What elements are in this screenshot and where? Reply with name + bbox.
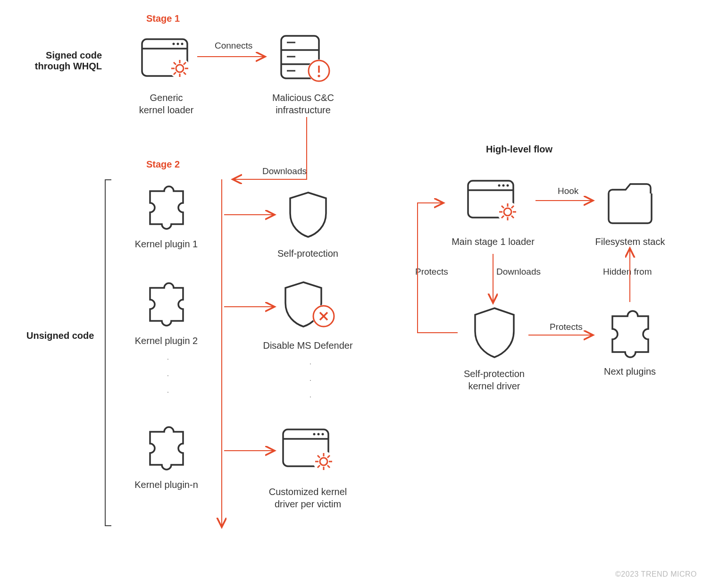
puzzle-icon xyxy=(141,422,192,474)
folder-icon xyxy=(603,179,657,231)
self-protection-node: Self-protection xyxy=(267,189,349,260)
svg-point-48 xyxy=(507,185,509,187)
generic-kernel-loader-label: Generic kernel loader xyxy=(130,92,203,116)
action-ellipsis: ... xyxy=(306,354,315,403)
kernel-plugin-2-node: Kernel plugin 2 xyxy=(127,278,205,347)
kernel-plugin-1-node: Kernel plugin 1 xyxy=(127,182,205,250)
stage-2-label: Stage 2 xyxy=(146,159,180,170)
custom-driver-node: Customized kernel driver per victim xyxy=(257,425,359,510)
svg-point-3 xyxy=(176,43,179,45)
copyright-footer: ©2023 TREND MICRO xyxy=(615,570,697,579)
next-plugins-label: Next plugins xyxy=(592,365,668,378)
downloads2-edge-label: Downloads xyxy=(496,267,541,277)
kernel-plugin-2-label: Kernel plugin 2 xyxy=(127,335,205,347)
server-alert-icon xyxy=(273,33,334,87)
filesystem-stack-label: Filesystem stack xyxy=(584,235,676,248)
svg-point-33 xyxy=(321,433,324,436)
svg-point-47 xyxy=(502,185,505,187)
svg-point-2 xyxy=(172,43,175,45)
shield-x-icon xyxy=(277,278,339,335)
disable-defender-label: Disable MS Defender xyxy=(257,339,359,352)
svg-point-24 xyxy=(318,75,320,77)
stage-1-label: Stage 1 xyxy=(146,13,180,24)
cnc-infrastructure-node: Malicious C&C infrastructure xyxy=(262,33,344,116)
high-level-flow-label: High-level flow xyxy=(486,144,552,155)
cnc-infrastructure-label: Malicious C&C infrastructure xyxy=(262,92,344,116)
browser-gear-icon xyxy=(462,177,524,231)
svg-point-4 xyxy=(181,43,183,45)
protects2-edge-label: Protects xyxy=(550,322,583,332)
shield-icon xyxy=(468,304,520,363)
main-stage1-loader-label: Main stage 1 loader xyxy=(443,235,543,248)
kernel-plugin-n-node: Kernel plugin-n xyxy=(127,422,205,491)
next-plugins-node: Next plugins xyxy=(592,307,668,378)
generic-kernel-loader-node: Generic kernel loader xyxy=(130,35,203,116)
main-stage1-loader-node: Main stage 1 loader xyxy=(443,177,543,248)
connects-edge-label: Connects xyxy=(215,41,252,51)
sp-kernel-driver-node: Self-protection kernel driver xyxy=(446,304,543,392)
downloads-edge-label: Downloads xyxy=(262,166,307,176)
custom-driver-label: Customized kernel driver per victim xyxy=(257,486,359,510)
svg-point-46 xyxy=(498,185,501,187)
disable-defender-node: Disable MS Defender xyxy=(257,278,359,352)
unsigned-bracket xyxy=(105,179,111,526)
protects-edge-label: Protects xyxy=(415,267,448,277)
filesystem-stack-node: Filesystem stack xyxy=(584,179,676,248)
svg-point-31 xyxy=(313,433,315,436)
signed-whql-label: Signed code through WHQL xyxy=(26,50,102,72)
kernel-plugin-1-label: Kernel plugin 1 xyxy=(127,238,205,250)
puzzle-icon xyxy=(141,278,192,330)
kernel-plugin-n-label: Kernel plugin-n xyxy=(127,479,205,491)
unsigned-code-label: Unsigned code xyxy=(26,330,94,341)
puzzle-icon xyxy=(603,307,657,361)
browser-gear-icon xyxy=(277,425,339,481)
puzzle-icon xyxy=(141,182,192,233)
hidden-from-edge-label: Hidden from xyxy=(603,267,652,277)
shield-icon xyxy=(284,189,332,243)
plugin-ellipsis: ... xyxy=(163,349,173,399)
browser-gear-icon xyxy=(138,35,195,87)
hook-edge-label: Hook xyxy=(558,186,578,196)
svg-point-32 xyxy=(317,433,319,436)
self-protection-label: Self-protection xyxy=(267,247,349,260)
sp-kernel-driver-label: Self-protection kernel driver xyxy=(446,368,543,392)
